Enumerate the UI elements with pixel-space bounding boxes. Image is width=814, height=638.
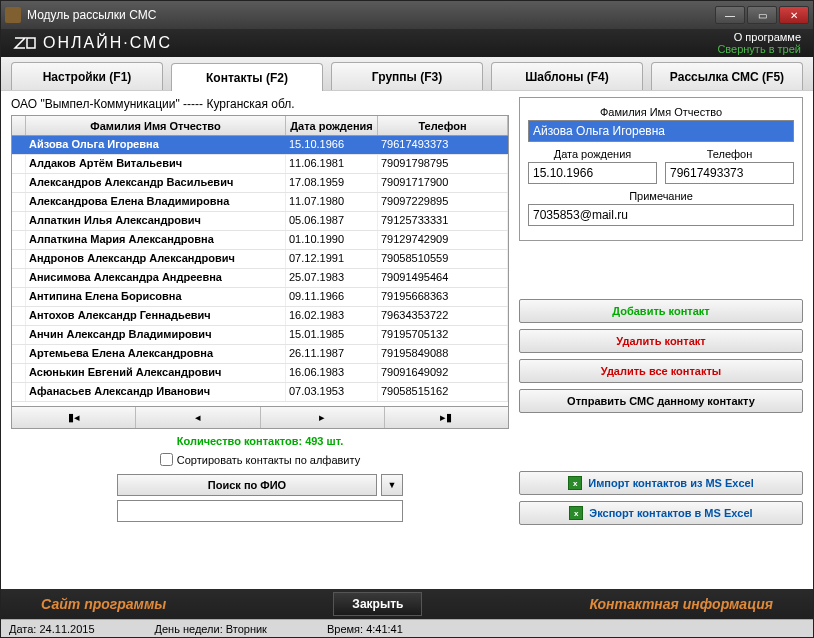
nav-buttons: ▮◂ ◂ ▸ ▸▮ xyxy=(11,407,509,429)
row-handle[interactable] xyxy=(12,212,26,230)
row-handle[interactable] xyxy=(12,383,26,401)
row-handle[interactable] xyxy=(12,174,26,192)
row-handle[interactable] xyxy=(12,307,26,325)
table-row[interactable]: Анчин Александр Владимирович15.01.198579… xyxy=(12,326,508,345)
titlebar: Модуль рассылки СМС — ▭ ✕ xyxy=(1,1,813,29)
content-area: ОАО "Вымпел-Коммуникации" ----- Курганск… xyxy=(1,91,813,589)
cell-phone: 79634353722 xyxy=(378,307,508,325)
search-by-name-button[interactable]: Поиск по ФИО xyxy=(117,474,377,496)
row-handle[interactable] xyxy=(12,136,26,154)
add-contact-button[interactable]: Добавить контакт xyxy=(519,299,803,323)
name-field[interactable] xyxy=(528,120,794,142)
cell-dob: 01.10.1990 xyxy=(286,231,378,249)
cell-name: Айзова Ольга Игоревна xyxy=(26,136,286,154)
note-field[interactable] xyxy=(528,204,794,226)
sort-checkbox[interactable] xyxy=(160,453,173,466)
cell-name: Антипина Елена Борисовна xyxy=(26,288,286,306)
cell-name: Анисимова Александра Андреевна xyxy=(26,269,286,287)
row-handle[interactable] xyxy=(12,193,26,211)
tab-settings[interactable]: Настройки (F1) xyxy=(11,62,163,90)
contact-info-link[interactable]: Контактная информация xyxy=(589,596,773,612)
close-window-button[interactable]: ✕ xyxy=(779,6,809,24)
cell-dob: 07.12.1991 xyxy=(286,250,378,268)
cell-name: Алпаткин Илья Александрович xyxy=(26,212,286,230)
cell-dob: 05.06.1987 xyxy=(286,212,378,230)
table-row[interactable]: Алпаткина Мария Александровна01.10.19907… xyxy=(12,231,508,250)
sort-label: Сортировать контакты по алфавиту xyxy=(177,454,360,466)
status-bar: Дата: 24.11.2015 День недели: Вторник Вр… xyxy=(1,619,813,637)
nav-prev-button[interactable]: ◂ xyxy=(136,407,260,428)
row-handle[interactable] xyxy=(12,288,26,306)
about-link[interactable]: О программе xyxy=(717,31,801,43)
row-handle[interactable] xyxy=(12,364,26,382)
table-row[interactable]: Алпаткин Илья Александрович05.06.1987791… xyxy=(12,212,508,231)
table-header: Фамилия Имя Отчество Дата рождения Телеф… xyxy=(12,116,508,136)
tab-templates[interactable]: Шаблоны (F4) xyxy=(491,62,643,90)
dob-label: Дата рождения xyxy=(528,148,657,160)
table-row[interactable]: Айзова Ольга Игоревна15.10.1966796174933… xyxy=(12,136,508,155)
table-row[interactable]: Александрова Елена Владимировна11.07.198… xyxy=(12,193,508,212)
cell-dob: 16.06.1983 xyxy=(286,364,378,382)
tab-groups[interactable]: Группы (F3) xyxy=(331,62,483,90)
table-row[interactable]: Асюнькин Евгений Александрович16.06.1983… xyxy=(12,364,508,383)
status-date: Дата: 24.11.2015 xyxy=(9,623,95,635)
cell-phone: 79091649092 xyxy=(378,364,508,382)
row-handle[interactable] xyxy=(12,250,26,268)
row-handle[interactable] xyxy=(12,231,26,249)
col-phone-header[interactable]: Телефон xyxy=(378,116,508,135)
table-row[interactable]: Афанасьев Александр Иванович07.03.195379… xyxy=(12,383,508,402)
cell-phone: 79195849088 xyxy=(378,345,508,363)
dob-field[interactable] xyxy=(528,162,657,184)
cell-name: Алпаткина Мария Александровна xyxy=(26,231,286,249)
search-dropdown-icon[interactable]: ▼ xyxy=(381,474,403,496)
maximize-button[interactable]: ▭ xyxy=(747,6,777,24)
tab-send-sms[interactable]: Рассылка СМС (F5) xyxy=(651,62,803,90)
col-dob-header[interactable]: Дата рождения xyxy=(286,116,378,135)
table-row[interactable]: Алдаков Артём Витальевич11.06.1981790917… xyxy=(12,155,508,174)
nav-next-button[interactable]: ▸ xyxy=(261,407,385,428)
table-row[interactable]: Антохов Александр Геннадьевич16.02.19837… xyxy=(12,307,508,326)
send-sms-button[interactable]: Отправить СМС данному контакту xyxy=(519,389,803,413)
cell-dob: 25.07.1983 xyxy=(286,269,378,287)
import-excel-button[interactable]: xИмпорт контактов из MS Excel xyxy=(519,471,803,495)
left-pane: ОАО "Вымпел-Коммуникации" ----- Курганск… xyxy=(11,97,509,583)
app-window: Модуль рассылки СМС — ▭ ✕ ОНЛАЙН·СМС О п… xyxy=(0,0,814,638)
cell-dob: 09.11.1966 xyxy=(286,288,378,306)
nav-last-button[interactable]: ▸▮ xyxy=(385,407,508,428)
cell-phone: 79125733331 xyxy=(378,212,508,230)
row-handle[interactable] xyxy=(12,155,26,173)
breadcrumb: ОАО "Вымпел-Коммуникации" ----- Курганск… xyxy=(11,97,509,111)
cell-dob: 15.10.1966 xyxy=(286,136,378,154)
tab-bar: Настройки (F1) Контакты (F2) Группы (F3)… xyxy=(1,57,813,91)
cell-dob: 11.07.1980 xyxy=(286,193,378,211)
search-input[interactable] xyxy=(117,500,403,522)
cell-name: Александров Александр Васильевич xyxy=(26,174,286,192)
delete-contact-button[interactable]: Удалить контакт xyxy=(519,329,803,353)
site-link[interactable]: Сайт программы xyxy=(41,596,166,612)
table-row[interactable]: Анисимова Александра Андреевна25.07.1983… xyxy=(12,269,508,288)
col-name-header[interactable]: Фамилия Имя Отчество xyxy=(26,116,286,135)
table-row[interactable]: Артемьева Елена Александровна26.11.19877… xyxy=(12,345,508,364)
minimize-tray-link[interactable]: Свернуть в трей xyxy=(717,43,801,55)
row-handle[interactable] xyxy=(12,269,26,287)
delete-all-button[interactable]: Удалить все контакты xyxy=(519,359,803,383)
minimize-button[interactable]: — xyxy=(715,6,745,24)
excel-icon: x xyxy=(569,506,583,520)
table-row[interactable]: Антипина Елена Борисовна09.11.1966791956… xyxy=(12,288,508,307)
cell-phone: 79058510559 xyxy=(378,250,508,268)
contact-count: Количество контактов: 493 шт. xyxy=(11,435,509,447)
row-handle[interactable] xyxy=(12,326,26,344)
nav-first-button[interactable]: ▮◂ xyxy=(12,407,136,428)
cell-name: Андронов Александр Александрович xyxy=(26,250,286,268)
sort-checkbox-row: Сортировать контакты по алфавиту xyxy=(11,453,509,466)
table-row[interactable]: Александров Александр Васильевич17.08.19… xyxy=(12,174,508,193)
phone-field[interactable] xyxy=(665,162,794,184)
row-handle[interactable] xyxy=(12,345,26,363)
export-excel-button[interactable]: xЭкспорт контактов в MS Excel xyxy=(519,501,803,525)
close-button[interactable]: Закрыть xyxy=(333,592,422,616)
logo: ОНЛАЙН·СМС xyxy=(13,34,172,52)
tab-contacts[interactable]: Контакты (F2) xyxy=(171,63,323,91)
cell-dob: 15.01.1985 xyxy=(286,326,378,344)
table-row[interactable]: Андронов Александр Александрович07.12.19… xyxy=(12,250,508,269)
cell-dob: 17.08.1959 xyxy=(286,174,378,192)
